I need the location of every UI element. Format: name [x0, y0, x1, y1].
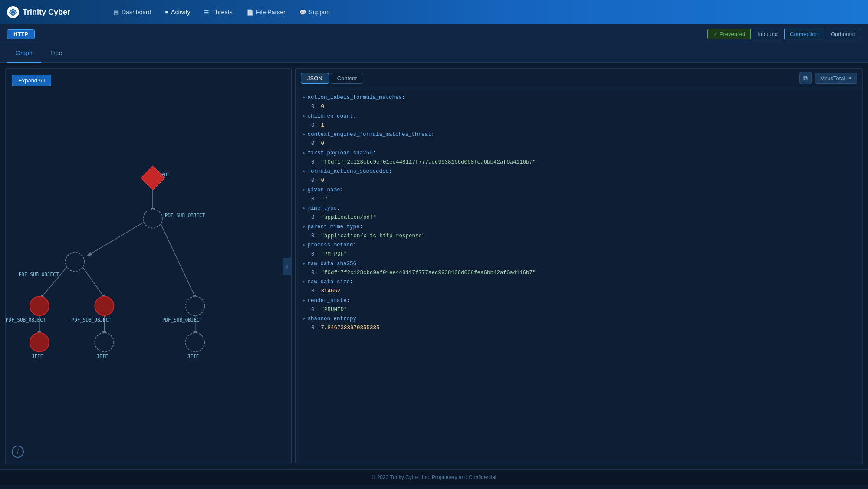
json-value: "PM_PDF" [321, 251, 347, 257]
json-colon: : [337, 204, 340, 213]
json-colon: : [431, 130, 435, 139]
json-value: 0 [321, 104, 325, 110]
json-bullet[interactable]: ▸ [302, 315, 306, 324]
json-key-row[interactable]: ▸given_name: [302, 186, 855, 195]
svg-point-18 [186, 333, 205, 352]
json-key-row[interactable]: ▸mime_type: [302, 204, 855, 213]
nav-label-activity: Activity [171, 9, 190, 16]
nav-item-file-parser[interactable]: 📄 File Parser [240, 6, 292, 18]
json-index: 0: [311, 122, 318, 128]
tab-graph[interactable]: Graph [7, 44, 41, 63]
json-key-row[interactable]: ▸shannon_entropy: [302, 315, 855, 324]
json-bullet[interactable]: ▸ [302, 186, 306, 195]
file-parser-icon: 📄 [247, 9, 253, 16]
json-key-row[interactable]: ▸render_state: [302, 296, 855, 305]
json-index: 0: [311, 177, 318, 184]
nav-item-dashboard[interactable]: ▦ Dashboard [108, 6, 158, 18]
svg-point-17 [95, 333, 114, 352]
nav-item-support[interactable]: 💬 Support [293, 6, 336, 18]
svg-point-14 [95, 296, 114, 315]
json-key: mime_type [308, 204, 337, 213]
svg-point-12 [66, 253, 85, 272]
brand-name: Trinity Cyber [23, 8, 70, 17]
expand-all-button[interactable]: Expand All [12, 75, 51, 86]
node-pdf-sub3-2[interactable] [95, 296, 114, 315]
json-child-row: 0: 314652 [302, 287, 855, 296]
json-value: 0 [321, 141, 325, 147]
json-key-row[interactable]: ▸raw_data_sha256: [302, 259, 855, 269]
json-bullet[interactable]: ▸ [302, 112, 306, 121]
json-key-row[interactable]: ▸children_count: [302, 112, 855, 121]
json-child-row: 0: "PM_PDF" [302, 250, 855, 259]
node-pdf-sub1[interactable] [143, 209, 162, 228]
json-key-row[interactable]: ▸action_labels_formula_matches: [302, 93, 855, 102]
json-key: process_method [308, 241, 353, 250]
json-index: 0: [311, 233, 318, 239]
node-pdf-sub3-3[interactable] [186, 296, 205, 315]
node-pdf-sub2[interactable] [66, 253, 85, 272]
node-jfif3[interactable] [186, 333, 205, 352]
json-bullet[interactable]: ▸ [302, 259, 306, 269]
filter-inbound[interactable]: Inbound [752, 29, 783, 39]
filter-prevented[interactable]: ✓Prevented [707, 29, 751, 39]
json-index: 0: [311, 159, 318, 165]
node-jfif2[interactable] [95, 333, 114, 352]
copy-button[interactable]: ⧉ [799, 72, 812, 84]
json-key-row[interactable]: ▸formula_actions_succeeded: [302, 167, 855, 176]
virustotal-button[interactable]: VirusTotal ↗ [815, 73, 857, 84]
json-bullet[interactable]: ▸ [302, 241, 306, 250]
dashboard-icon: ▦ [114, 9, 119, 16]
json-key: action_labels_formula_matches [308, 93, 402, 102]
filter-connection[interactable]: Connection [784, 29, 824, 39]
nav-item-threats[interactable]: ☰ Threats [198, 6, 238, 18]
brand: Trinity Cyber [7, 6, 94, 18]
node-pdf-sub3-1[interactable] [30, 296, 49, 315]
json-key-row[interactable]: ▸parent_mime_type: [302, 223, 855, 232]
json-tab-json[interactable]: JSON [301, 73, 329, 84]
svg-line-3 [88, 221, 146, 256]
svg-point-13 [30, 296, 49, 315]
nav-item-activity[interactable]: ≡ Activity [159, 6, 197, 18]
json-bullet[interactable]: ▸ [302, 149, 306, 158]
node-pdf-root[interactable] [141, 166, 165, 190]
node-label-sub2: PDF_SUB_OBJECT [19, 272, 59, 277]
json-child-row: 0: "application/pdf" [302, 213, 855, 222]
json-index: 0: [311, 288, 318, 294]
json-bullet[interactable]: ▸ [302, 167, 306, 176]
json-child-row: 0: 1 [302, 121, 855, 130]
json-key-row[interactable]: ▸context_engines_formula_matches_threat: [302, 130, 855, 139]
json-key-row[interactable]: ▸raw_data_size: [302, 278, 855, 287]
graph-panel: Expand All [5, 68, 292, 464]
svg-line-5 [40, 266, 69, 299]
json-tab-content[interactable]: Content [331, 73, 364, 84]
json-child-row: 0: 0 [302, 102, 855, 112]
json-key: formula_actions_succeeded [308, 167, 389, 176]
json-bullet[interactable]: ▸ [302, 204, 306, 213]
json-child-row: 0: "" [302, 195, 855, 204]
info-button[interactable]: i [12, 446, 24, 458]
json-bullet[interactable]: ▸ [302, 223, 306, 232]
filter-buttons: ✓Prevented Inbound Connection Outbound [707, 29, 861, 39]
svg-point-15 [186, 296, 205, 315]
json-content: ▸action_labels_formula_matches:0: 0▸chil… [296, 88, 862, 464]
json-bullet[interactable]: ▸ [302, 93, 306, 102]
json-colon: : [356, 315, 360, 324]
json-bullet[interactable]: ▸ [302, 278, 306, 287]
svg-point-16 [30, 333, 49, 352]
node-jfif1[interactable] [30, 333, 49, 352]
filter-outbound[interactable]: Outbound [825, 29, 861, 39]
tab-tree[interactable]: Tree [41, 44, 71, 63]
json-index: 0: [311, 196, 318, 202]
expand-panel-button[interactable]: › [283, 258, 291, 275]
json-child-row: 0: "PRUNED" [302, 305, 855, 315]
json-bullet[interactable]: ▸ [302, 130, 306, 139]
json-key-row[interactable]: ▸process_method: [302, 241, 855, 250]
json-bullet[interactable]: ▸ [302, 296, 306, 305]
json-index: 0: [311, 214, 318, 220]
json-key: raw_data_size [308, 278, 350, 287]
json-panel-actions: ⧉ VirusTotal ↗ [799, 72, 857, 84]
footer-text: © 2023 Trinity Cyber, Inc. Proprietary a… [372, 474, 496, 480]
http-badge[interactable]: HTTP [7, 29, 35, 39]
json-tabs: JSON Content [301, 73, 363, 84]
json-key-row[interactable]: ▸first_payload_sha256: [302, 149, 855, 158]
